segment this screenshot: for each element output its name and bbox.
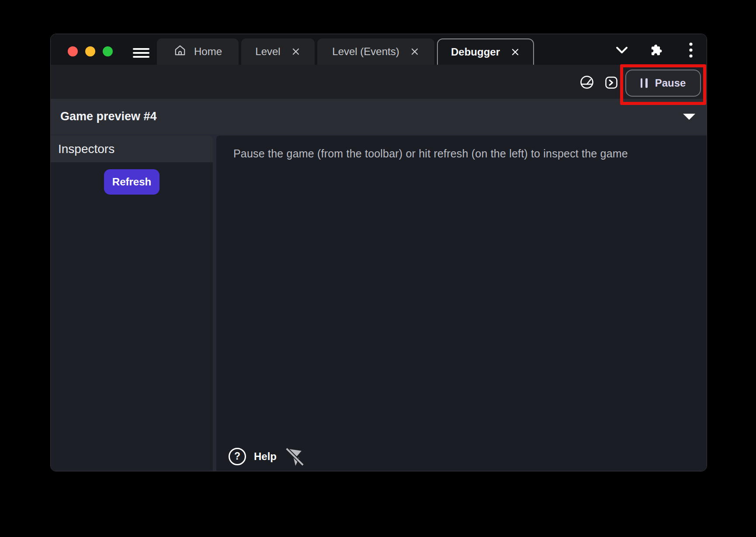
close-tab-icon[interactable] bbox=[510, 47, 520, 57]
empty-state-message: Pause the game (from the toolbar) or hit… bbox=[233, 147, 628, 160]
help-button-label: Help bbox=[254, 450, 277, 463]
bottom-help-row: ? Help bbox=[229, 446, 304, 467]
unpin-button[interactable] bbox=[284, 446, 304, 467]
profiler-gauge-icon[interactable] bbox=[579, 75, 594, 91]
debugger-toolbar: Pause bbox=[51, 65, 707, 99]
pause-button[interactable]: Pause bbox=[625, 70, 701, 97]
extensions-puzzle-icon[interactable] bbox=[648, 43, 663, 59]
pause-button-label: Pause bbox=[655, 77, 686, 89]
debugger-content: Inspectors Refresh Pause the game (from … bbox=[51, 134, 707, 471]
game-preview-selector[interactable]: Game preview #4 bbox=[51, 99, 707, 134]
main-menu-icon[interactable] bbox=[133, 48, 149, 58]
tab-label: Level (Events) bbox=[332, 45, 399, 58]
inspector-detail-pane: Pause the game (from the toolbar) or hit… bbox=[216, 136, 707, 471]
tab-bar: Home Level Level (Events) bbox=[157, 38, 534, 65]
console-icon[interactable] bbox=[605, 76, 618, 91]
close-tab-icon[interactable] bbox=[291, 47, 301, 56]
tab-debugger[interactable]: Debugger bbox=[437, 38, 534, 65]
dropdown-caret-icon bbox=[683, 114, 695, 120]
tab-level[interactable]: Level bbox=[241, 38, 315, 65]
home-icon bbox=[173, 44, 187, 59]
game-preview-title: Game preview #4 bbox=[60, 110, 157, 123]
traffic-lights bbox=[68, 46, 113, 56]
help-button[interactable]: ? Help bbox=[229, 448, 277, 465]
inspectors-title: Inspectors bbox=[58, 142, 114, 156]
tab-level-events[interactable]: Level (Events) bbox=[317, 38, 434, 65]
hamburger-bar bbox=[133, 52, 149, 54]
pin-off-icon bbox=[284, 446, 304, 467]
close-tab-icon[interactable] bbox=[410, 47, 420, 56]
inspectors-panel: Inspectors Refresh bbox=[51, 136, 213, 471]
zoom-window-button[interactable] bbox=[103, 46, 113, 56]
tab-label: Level bbox=[255, 45, 280, 58]
inspectors-panel-header: Inspectors bbox=[51, 136, 213, 162]
refresh-button[interactable]: Refresh bbox=[104, 169, 160, 195]
hamburger-bar bbox=[133, 56, 149, 58]
show-hidden-tabs-chevron-icon[interactable] bbox=[615, 46, 628, 56]
minimize-window-button[interactable] bbox=[85, 46, 95, 56]
pause-icon bbox=[641, 78, 648, 88]
tab-label: Home bbox=[194, 45, 222, 58]
tab-home[interactable]: Home bbox=[157, 38, 239, 65]
pane-resize-handle[interactable] bbox=[213, 136, 216, 471]
titlebar: Home Level Level (Events) bbox=[51, 34, 707, 65]
question-mark-icon: ? bbox=[229, 448, 246, 465]
hamburger-bar bbox=[133, 48, 149, 50]
more-options-kebab-icon[interactable] bbox=[689, 42, 693, 60]
app-window: Home Level Level (Events) bbox=[50, 34, 707, 471]
close-window-button[interactable] bbox=[68, 46, 78, 56]
tab-label: Debugger bbox=[451, 46, 500, 58]
